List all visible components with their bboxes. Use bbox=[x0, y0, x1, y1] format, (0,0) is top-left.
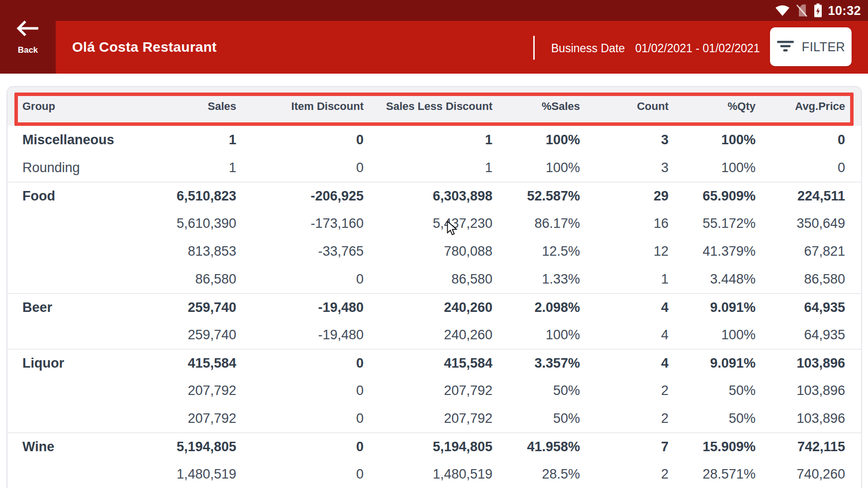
cell-sales: 1 bbox=[117, 160, 236, 176]
cell-sales: 1,480,519 bbox=[117, 467, 236, 482]
cell-sales_less_discount: 5,437,230 bbox=[364, 216, 492, 231]
table-row[interactable]: Beer259,740-19,480240,2602.098%49.091%64… bbox=[7, 293, 861, 321]
cell-item_discount: 0 bbox=[236, 411, 364, 426]
table-row[interactable]: Miscellaneous101100%3100%0 bbox=[7, 126, 861, 154]
table-row[interactable]: Food6,510,823-206,9256,303,89852.587%296… bbox=[7, 182, 861, 209]
table-row[interactable]: 86,580086,5801.33%13.448%86,580 bbox=[7, 265, 861, 293]
cell-pct_qty: 100% bbox=[669, 132, 756, 148]
table-row[interactable]: 5,610,390-173,1605,437,23086.17%1655.172… bbox=[7, 209, 861, 237]
cell-pct_qty: 100% bbox=[669, 327, 756, 343]
cell-sales: 5,610,390 bbox=[117, 216, 236, 231]
column-header-pct-qty[interactable]: %Qty bbox=[669, 100, 756, 113]
cell-item_discount: 0 bbox=[236, 272, 364, 287]
column-header-sales[interactable]: Sales bbox=[117, 100, 236, 113]
cell-item_discount: 0 bbox=[236, 467, 364, 482]
cell-group: Miscellaneous bbox=[22, 132, 117, 148]
cell-item_discount: -19,480 bbox=[236, 300, 364, 315]
cell-avg_price: 224,511 bbox=[756, 189, 845, 204]
cell-count: 1 bbox=[580, 272, 669, 287]
header-divider bbox=[533, 36, 535, 60]
sim-disabled-icon bbox=[796, 4, 808, 17]
cell-group: Rounding bbox=[22, 160, 117, 176]
column-header-avg-price[interactable]: Avg.Price bbox=[756, 100, 845, 113]
column-header-sales-less-discount[interactable]: Sales Less Discount bbox=[364, 100, 492, 113]
cell-avg_price: 742,115 bbox=[756, 439, 845, 455]
column-header-count[interactable]: Count bbox=[580, 100, 669, 113]
cell-pct_qty: 3.448% bbox=[669, 272, 756, 287]
cell-avg_price: 67,821 bbox=[756, 244, 845, 259]
cell-sales_less_discount: 207,792 bbox=[364, 411, 492, 426]
sales-report-table: Group Sales Item Discount Sales Less Dis… bbox=[6, 86, 862, 488]
cell-pct_sales: 100% bbox=[492, 160, 580, 176]
cell-sales_less_discount: 780,088 bbox=[364, 244, 492, 259]
cell-sales_less_discount: 1 bbox=[364, 160, 492, 176]
cell-item_discount: 0 bbox=[236, 439, 364, 455]
cell-count: 4 bbox=[580, 327, 669, 343]
column-header-pct-sales[interactable]: %Sales bbox=[492, 100, 580, 113]
column-header-item-discount[interactable]: Item Discount bbox=[236, 100, 364, 113]
cell-pct_qty: 28.571% bbox=[669, 467, 756, 482]
cell-pct_qty: 100% bbox=[669, 160, 756, 176]
cell-pct_sales: 50% bbox=[492, 383, 580, 398]
cell-group: Liquor bbox=[22, 356, 117, 371]
cell-sales: 1 bbox=[117, 132, 236, 148]
cell-avg_price: 86,580 bbox=[756, 272, 845, 287]
cell-count: 16 bbox=[580, 216, 669, 231]
app-screen: 10:32 Back Olá Costa Restaurant Business… bbox=[0, 0, 868, 488]
cell-pct_sales: 3.357% bbox=[492, 356, 580, 371]
cell-item_discount: 0 bbox=[236, 383, 364, 398]
back-arrow-icon bbox=[15, 18, 41, 40]
cell-sales: 259,740 bbox=[117, 327, 236, 343]
cell-pct_sales: 41.958% bbox=[492, 439, 580, 455]
cell-avg_price: 64,935 bbox=[756, 300, 845, 315]
cell-pct_sales: 12.5% bbox=[492, 244, 580, 259]
cell-sales_less_discount: 5,194,805 bbox=[364, 439, 492, 455]
cell-count: 7 bbox=[580, 439, 669, 455]
cell-item_discount: -33,765 bbox=[236, 244, 364, 259]
cell-sales_less_discount: 240,260 bbox=[364, 327, 492, 343]
filter-button[interactable]: FILTER bbox=[770, 27, 852, 66]
cell-avg_price: 740,260 bbox=[756, 467, 845, 482]
cell-item_discount: 0 bbox=[236, 160, 364, 176]
cell-avg_price: 103,896 bbox=[756, 383, 845, 398]
cell-item_discount: 0 bbox=[236, 356, 364, 371]
cell-pct_qty: 9.091% bbox=[669, 300, 756, 315]
cell-sales: 813,853 bbox=[117, 244, 236, 259]
table-row[interactable]: Wine5,194,80505,194,80541.958%715.909%74… bbox=[7, 432, 861, 460]
table-row[interactable]: 1,480,51901,480,51928.5%228.571%740,260 bbox=[7, 460, 861, 488]
cell-sales_less_discount: 6,303,898 bbox=[364, 189, 492, 204]
cell-pct_qty: 55.172% bbox=[669, 216, 756, 231]
cell-pct_qty: 41.379% bbox=[669, 244, 756, 259]
table-row[interactable]: 259,740-19,480240,260100%4100%64,935 bbox=[7, 321, 861, 349]
wifi-icon bbox=[775, 5, 790, 16]
cell-item_discount: -173,160 bbox=[236, 216, 364, 231]
filter-button-label: FILTER bbox=[802, 40, 845, 54]
business-date-range[interactable]: 01/02/2021 - 01/02/2021 bbox=[635, 42, 760, 55]
cell-sales: 5,194,805 bbox=[117, 439, 236, 455]
cell-sales: 259,740 bbox=[117, 300, 236, 315]
page-title: Olá Costa Restaurant bbox=[72, 21, 217, 74]
table-row[interactable]: 207,7920207,79250%250%103,896 bbox=[7, 404, 861, 432]
cell-count: 2 bbox=[580, 411, 669, 426]
cell-count: 3 bbox=[580, 160, 669, 176]
cell-pct_sales: 100% bbox=[492, 132, 580, 148]
cell-sales_less_discount: 207,792 bbox=[364, 383, 492, 398]
back-button-label: Back bbox=[18, 45, 38, 55]
table-row[interactable]: 813,853-33,765780,08812.5%1241.379%67,82… bbox=[7, 237, 861, 265]
filter-funnel-icon bbox=[776, 40, 794, 54]
back-button[interactable]: Back bbox=[0, 0, 56, 74]
table-row[interactable]: 207,7920207,79250%250%103,896 bbox=[7, 377, 861, 404]
cell-avg_price: 350,649 bbox=[756, 216, 845, 231]
cell-pct_sales: 100% bbox=[492, 327, 580, 343]
cell-avg_price: 103,896 bbox=[756, 411, 845, 426]
cell-pct_qty: 9.091% bbox=[669, 356, 756, 371]
cell-count: 4 bbox=[580, 300, 669, 315]
cell-sales_less_discount: 86,580 bbox=[364, 272, 492, 287]
table-row[interactable]: Liquor415,5840415,5843.357%49.091%103,89… bbox=[7, 349, 861, 377]
cell-count: 12 bbox=[580, 244, 669, 259]
cell-count: 4 bbox=[580, 356, 669, 371]
table-row[interactable]: Rounding101100%3100%0 bbox=[7, 154, 861, 182]
cell-sales: 207,792 bbox=[117, 411, 236, 426]
column-header-group[interactable]: Group bbox=[22, 100, 117, 113]
cell-sales_less_discount: 1 bbox=[364, 132, 492, 148]
